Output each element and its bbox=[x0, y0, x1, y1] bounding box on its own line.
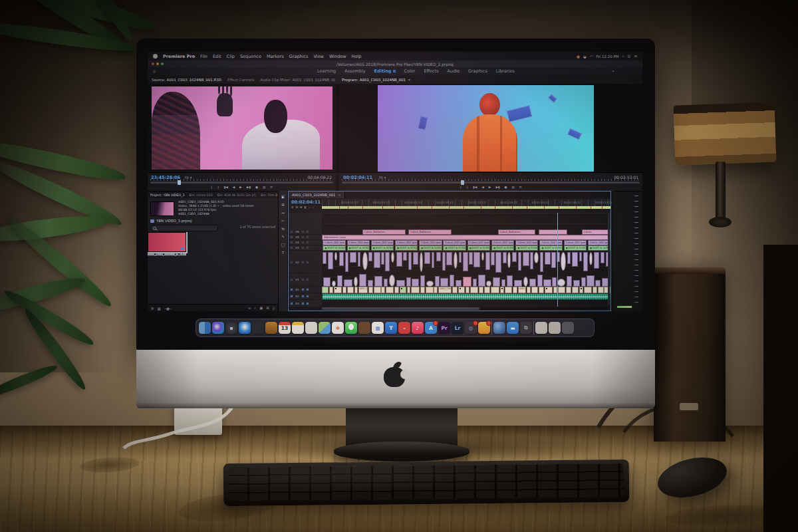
project-toolbar-button[interactable]: ⧈ bbox=[249, 306, 251, 311]
workspace-overflow-icon[interactable]: » bbox=[612, 68, 614, 74]
effect-clip[interactable]: DUST & SCRATC bbox=[395, 245, 418, 251]
timeline-clip[interactable] bbox=[332, 281, 336, 287]
menu-item[interactable]: View bbox=[314, 54, 324, 59]
transport-button[interactable]: ⊡ bbox=[270, 186, 273, 189]
audio-clip[interactable] bbox=[458, 287, 465, 293]
effect-clip[interactable]: DUST & SCRATC bbox=[419, 245, 442, 251]
source-playhead[interactable] bbox=[178, 180, 181, 185]
transport-button[interactable]: ▤ bbox=[511, 186, 514, 189]
preview-thumbnail[interactable] bbox=[150, 201, 174, 216]
timeline-option-icon[interactable]: ✚ bbox=[300, 205, 303, 209]
audio-clip[interactable] bbox=[539, 287, 544, 293]
timeline-clip[interactable] bbox=[583, 252, 588, 271]
track-visibility-toggle[interactable] bbox=[306, 235, 309, 239]
timeline-clip[interactable]: Calvin_002 (par bbox=[515, 240, 538, 245]
timeline-clip[interactable] bbox=[334, 252, 337, 261]
track-lock-toggle[interactable] bbox=[290, 246, 293, 249]
transport-button[interactable]: ▶ bbox=[239, 186, 242, 189]
project-search-input[interactable] bbox=[150, 225, 218, 231]
project-bin-tab[interactable]: Bin: Intros 003 bbox=[190, 194, 213, 197]
timeline-clip[interactable] bbox=[403, 252, 407, 261]
audio-clip[interactable] bbox=[598, 287, 604, 293]
timeline-clip[interactable] bbox=[507, 275, 513, 287]
close-icon[interactable]: × bbox=[338, 193, 340, 197]
timeline-clip[interactable] bbox=[420, 275, 426, 287]
audio-clip[interactable] bbox=[381, 287, 385, 293]
timeline-clip[interactable] bbox=[413, 252, 418, 265]
timeline-clip[interactable] bbox=[545, 252, 551, 265]
timeline-clip[interactable] bbox=[485, 252, 490, 270]
status-icon[interactable]: ⌕ bbox=[622, 54, 624, 59]
dock-app-icon[interactable]: ♪ bbox=[412, 322, 424, 334]
project-toolbar-button[interactable]: ▯ bbox=[273, 306, 275, 311]
timeline-clip[interactable] bbox=[323, 277, 331, 287]
audio-clip[interactable] bbox=[566, 287, 571, 293]
dock-app-icon[interactable] bbox=[562, 322, 574, 334]
workspace-tab[interactable]: Audio bbox=[448, 68, 460, 74]
timeline-clip[interactable] bbox=[446, 252, 452, 265]
track-lock-toggle[interactable] bbox=[290, 302, 293, 305]
audio-clip[interactable] bbox=[334, 287, 342, 293]
dock-app-icon[interactable]: – bbox=[398, 322, 410, 334]
workspace-tab[interactable]: Graphics bbox=[468, 68, 487, 74]
project-clip-item[interactable]: A001_C031_1024NB_0...3:34:19 bbox=[148, 232, 186, 256]
timeline-clip[interactable] bbox=[385, 252, 390, 271]
status-icon[interactable]: ≡ bbox=[634, 54, 637, 59]
track-header[interactable]: A2 bbox=[289, 293, 322, 300]
timeline-clip[interactable] bbox=[493, 277, 500, 287]
timeline-clip[interactable] bbox=[454, 252, 458, 269]
audio-clip[interactable] bbox=[558, 287, 565, 293]
timeline-clip[interactable]: Calvin_002 (par bbox=[588, 240, 610, 245]
timeline-clip[interactable] bbox=[503, 252, 507, 263]
menu-item[interactable]: Edit bbox=[213, 54, 221, 59]
track-visibility-toggle[interactable] bbox=[306, 288, 309, 291]
dock-app-icon[interactable]: ▬ bbox=[507, 322, 519, 334]
audio-clip[interactable] bbox=[579, 287, 583, 293]
timeline-clip[interactable] bbox=[368, 280, 373, 287]
dock-app-icon[interactable] bbox=[493, 322, 505, 334]
track-lock-toggle[interactable] bbox=[290, 235, 293, 239]
timeline-clip[interactable] bbox=[481, 252, 484, 261]
transport-button[interactable]: ⊡ bbox=[519, 186, 522, 189]
workspace-tab[interactable]: Assembly bbox=[344, 68, 365, 74]
timeline-clip[interactable] bbox=[589, 252, 593, 265]
status-icon[interactable]: ● bbox=[577, 55, 580, 59]
project-toolbar-button[interactable]: ▦ bbox=[158, 307, 161, 311]
timeline-sequence-tab[interactable]: A001_C003_1024NB_001 × bbox=[289, 192, 345, 198]
menu-item[interactable]: Graphics bbox=[289, 54, 309, 59]
audio-clip[interactable] bbox=[368, 287, 373, 293]
program-playhead[interactable] bbox=[461, 180, 464, 185]
track-header[interactable]: V3 bbox=[289, 245, 322, 251]
source-panel-tab[interactable]: Audio Clip Mixer: A001_C003_1024NB_001 bbox=[260, 78, 335, 82]
dock-app-icon[interactable] bbox=[533, 321, 534, 334]
track-mute-toggle[interactable] bbox=[301, 278, 305, 281]
audio-clip[interactable] bbox=[400, 287, 406, 293]
timeline-clip[interactable] bbox=[567, 252, 571, 264]
transport-button[interactable]: { bbox=[460, 186, 462, 189]
track-lock-toggle[interactable] bbox=[290, 230, 293, 233]
project-toolbar-button[interactable]: ─●─ bbox=[164, 307, 172, 311]
transport-button[interactable]: ● bbox=[255, 186, 258, 189]
audio-clip[interactable] bbox=[329, 287, 334, 293]
effect-clip[interactable]: DUST & SCRATC bbox=[491, 245, 514, 251]
dock-app-icon[interactable] bbox=[345, 322, 357, 334]
timeline-clip[interactable] bbox=[523, 252, 529, 266]
tool-button[interactable]: ⊞ bbox=[281, 203, 285, 207]
tool-button[interactable]: T bbox=[282, 251, 284, 255]
timeline-clip[interactable] bbox=[436, 252, 441, 261]
audio-clip[interactable] bbox=[479, 287, 483, 293]
audio-clip[interactable] bbox=[426, 287, 433, 293]
audio-clip[interactable] bbox=[545, 287, 553, 293]
track-mute-toggle[interactable] bbox=[301, 302, 305, 305]
audio-clip[interactable] bbox=[491, 287, 499, 293]
timeline-clip[interactable] bbox=[424, 252, 431, 264]
effect-clip[interactable]: DUST & SCRATC bbox=[539, 245, 562, 251]
timeline-clip[interactable]: Calvin_002 (par bbox=[539, 240, 562, 245]
transport-button[interactable]: ▮◀ bbox=[224, 186, 228, 189]
dock-app-icon[interactable] bbox=[292, 322, 304, 334]
work-area-bar[interactable] bbox=[322, 206, 610, 209]
workspace-tab[interactable]: Learning bbox=[317, 68, 336, 74]
track-visibility-toggle[interactable] bbox=[306, 302, 309, 305]
timeline-clip[interactable] bbox=[600, 252, 604, 263]
transport-button[interactable]: ▶ bbox=[489, 186, 491, 189]
